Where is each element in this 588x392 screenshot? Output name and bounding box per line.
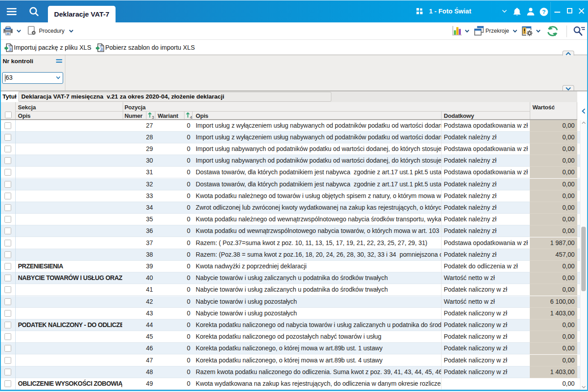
svg-text:3: 3 <box>152 115 154 119</box>
svg-text:?: ? <box>542 9 546 15</box>
